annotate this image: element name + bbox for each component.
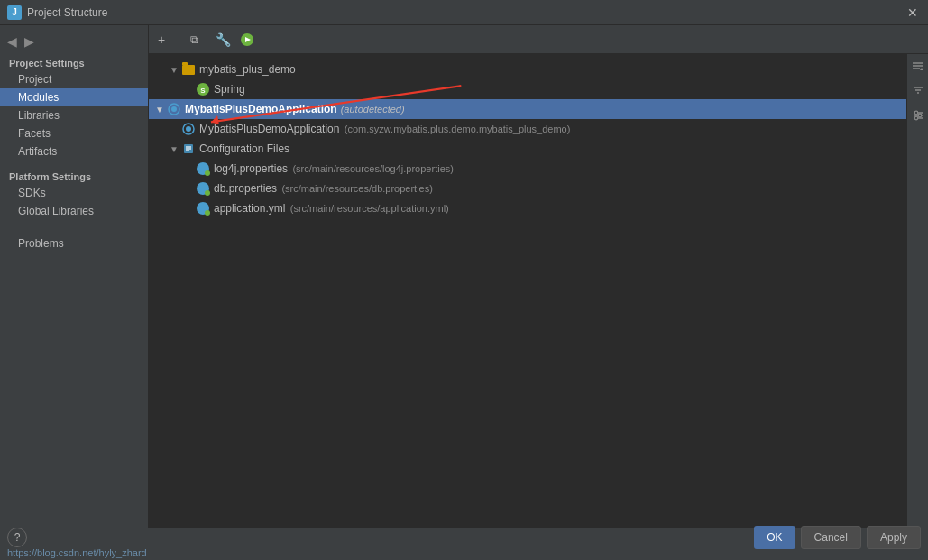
sidebar-item-modules[interactable]: Modules xyxy=(0,88,148,106)
tree-db[interactable]: db.properties (src/main/resources/db.pro… xyxy=(149,179,906,198)
tree-config-files[interactable]: ▼ Configuration Files xyxy=(149,139,906,159)
svg-point-9 xyxy=(186,126,191,132)
sidebar-item-facets[interactable]: Facets xyxy=(0,124,148,142)
db-label: db.properties (src/main/resources/db.pro… xyxy=(214,182,433,195)
title-bar: J Project Structure ✕ xyxy=(0,0,928,25)
main-app-label: MybatisPlusDemoApplication xyxy=(185,103,337,115)
bottom-url-bar: https://blog.csdn.net/hyly_zhard xyxy=(0,546,928,560)
toolbar-separator-1 xyxy=(207,32,207,48)
settings-icon xyxy=(911,108,925,123)
bottom-bar: OK Cancel Apply https://blog.csdn.net/hy… xyxy=(0,528,928,560)
config-files-icon xyxy=(181,142,196,156)
app-icon: J xyxy=(7,5,22,20)
sidebar: ◀ ▶ Project Settings Project Modules Lib… xyxy=(0,25,149,528)
right-side-toolbar xyxy=(906,54,928,528)
config-files-label: Configuration Files xyxy=(199,142,289,155)
build-button[interactable]: 🔧 xyxy=(212,31,234,49)
sidebar-item-artifacts[interactable]: Artifacts xyxy=(0,142,148,161)
sort-icon xyxy=(911,60,925,74)
sidebar-item-global-libraries[interactable]: Global Libraries xyxy=(0,202,148,220)
main-app-italic: (autodetected) xyxy=(341,104,405,115)
content-area: + – ⧉ 🔧 xyxy=(149,25,928,528)
db-icon xyxy=(196,181,210,196)
tree-application-yml[interactable]: application.yml (src/main/resources/appl… xyxy=(149,198,906,218)
svg-point-23 xyxy=(914,111,918,115)
spring-label: Spring xyxy=(214,83,245,96)
window-title: Project Structure xyxy=(27,6,107,19)
yml-icon xyxy=(196,201,210,216)
sidebar-item-project[interactable]: Project xyxy=(0,70,148,88)
help-button[interactable]: ? xyxy=(7,528,27,547)
top-toolbar: + – ⧉ 🔧 xyxy=(149,25,928,54)
url-text: https://blog.csdn.net/hyly_zhard xyxy=(7,547,147,558)
yml-label: application.yml (src/main/resources/appl… xyxy=(214,202,449,215)
close-button[interactable]: ✕ xyxy=(905,5,921,21)
tree-app-class[interactable]: MybatisPlusDemoApplication (com.syzw.myb… xyxy=(149,119,906,139)
run-icon xyxy=(240,32,254,47)
project-settings-label: Project Settings xyxy=(0,54,148,70)
main-layout: ◀ ▶ Project Settings Project Modules Lib… xyxy=(0,25,928,528)
log4j-label: log4j.properties (src/main/resources/log… xyxy=(214,162,454,175)
filter1-icon xyxy=(911,84,925,98)
nav-back-button[interactable]: ◀ xyxy=(5,34,19,49)
copy-button[interactable]: ⧉ xyxy=(187,32,202,48)
app-class-package: (com.syzw.mybatis.plus.demo.mybatis_plus… xyxy=(345,124,571,134)
sidebar-item-problems[interactable]: Problems xyxy=(0,234,148,252)
folder-icon xyxy=(181,62,196,77)
nav-forward-button[interactable]: ▶ xyxy=(23,34,36,49)
app-module-icon xyxy=(167,102,181,116)
platform-settings-label: Platform Settings xyxy=(0,168,148,184)
tree-root-module[interactable]: ▼ mybatis_plus_demo xyxy=(149,60,906,79)
svg-point-24 xyxy=(918,114,922,117)
sidebar-item-sdks[interactable]: SDKs xyxy=(0,184,148,202)
sort-button[interactable] xyxy=(909,58,927,78)
sidebar-nav: ◀ ▶ xyxy=(0,32,148,54)
log4j-icon xyxy=(196,161,210,176)
filter1-button[interactable] xyxy=(909,82,927,103)
tree-main-app[interactable]: ▼ MybatisPlusDemoApplication (autodetect… xyxy=(149,99,906,119)
run-button[interactable] xyxy=(236,31,258,49)
app-class-icon xyxy=(181,122,196,136)
filter2-button[interactable] xyxy=(909,106,927,127)
remove-button[interactable]: – xyxy=(170,31,185,49)
svg-point-7 xyxy=(171,106,177,112)
tree-log4j[interactable]: log4j.properties (src/main/resources/log… xyxy=(149,159,906,179)
tree-area[interactable]: ▼ mybatis_plus_demo S Spring xyxy=(149,54,906,528)
spring-icon: S xyxy=(196,82,210,96)
svg-text:S: S xyxy=(200,87,206,95)
tree-spring-node[interactable]: S Spring xyxy=(149,79,906,99)
svg-point-25 xyxy=(914,116,918,120)
right-panel: ▼ mybatis_plus_demo S Spring xyxy=(149,54,928,528)
add-button[interactable]: + xyxy=(154,31,169,49)
sidebar-item-libraries[interactable]: Libraries xyxy=(0,106,148,124)
root-module-label: mybatis_plus_demo xyxy=(199,63,296,76)
app-class-label: MybatisPlusDemoApplication (com.syzw.myb… xyxy=(199,123,570,135)
